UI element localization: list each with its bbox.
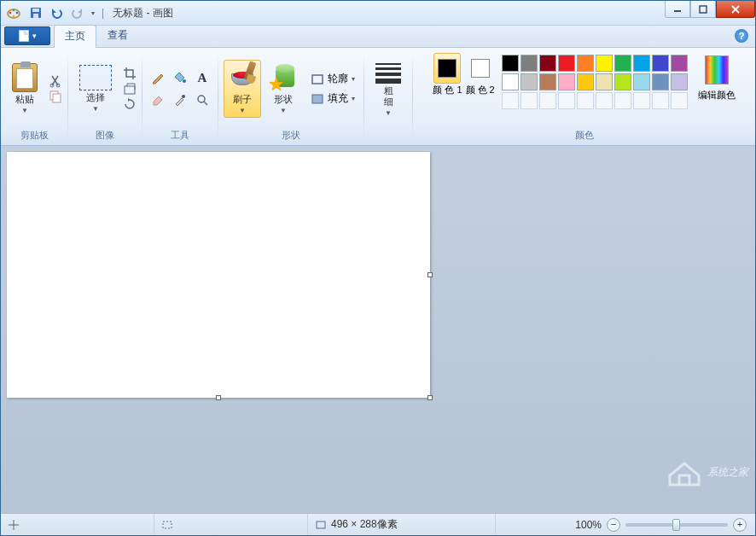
zoom-in-button[interactable]: + <box>733 518 747 532</box>
resize-handle[interactable] <box>427 272 433 277</box>
statusbar: 496 × 288像素 100% − + <box>1 513 755 535</box>
canvas[interactable] <box>7 152 430 398</box>
palette-swatch[interactable] <box>558 55 575 72</box>
fill-button[interactable]: 填充▾ <box>307 90 358 108</box>
palette-swatch-empty[interactable] <box>614 92 631 109</box>
fill-icon <box>311 93 324 105</box>
resize-button[interactable] <box>123 82 137 96</box>
palette-swatch-empty[interactable] <box>577 92 594 109</box>
outline-label: 轮廓 <box>328 72 348 86</box>
tool-magnifier[interactable] <box>192 90 212 110</box>
palette-swatch[interactable] <box>577 55 594 72</box>
palette-swatch-empty[interactable] <box>671 92 688 109</box>
palette-swatch-empty[interactable] <box>502 92 519 109</box>
stroke-label: 粗 细 <box>384 85 393 108</box>
palette-swatch[interactable] <box>577 73 594 90</box>
svg-point-1 <box>9 12 12 15</box>
palette-swatch[interactable] <box>614 55 631 72</box>
copy-button[interactable] <box>49 90 62 103</box>
select-button[interactable]: 选择 ▼ <box>73 60 118 118</box>
shapes-button[interactable]: ★ 形状 ▼ <box>265 60 302 118</box>
fill-label: 填充 <box>328 91 348 106</box>
ribbon: 粘贴 ▼ 剪贴板 选择 ▼ <box>1 48 755 146</box>
palette-swatch[interactable] <box>633 55 650 72</box>
palette-swatch[interactable] <box>539 55 556 72</box>
status-zoom: 100% − + <box>567 518 755 532</box>
svg-point-4 <box>13 15 15 18</box>
chevron-down-icon: ▾ <box>352 75 355 83</box>
save-button[interactable] <box>26 3 45 22</box>
file-menu-button[interactable]: ▾ <box>4 26 50 45</box>
palette-swatch-empty[interactable] <box>539 92 556 109</box>
edit-colors-button[interactable] <box>701 53 733 87</box>
group-label: 剪贴板 <box>6 126 62 145</box>
qat-customize[interactable]: ▾ <box>88 3 98 22</box>
stroke-width-button[interactable]: 粗 细 ▼ <box>369 61 407 119</box>
group-label: 图像 <box>73 126 137 145</box>
tab-view[interactable]: 查看 <box>96 24 139 47</box>
palette-swatch[interactable] <box>671 73 688 90</box>
window-controls <box>665 1 755 18</box>
minimize-button[interactable] <box>665 1 690 18</box>
close-button[interactable] <box>716 1 755 18</box>
palette-swatch-empty[interactable] <box>558 92 575 109</box>
redo-button[interactable] <box>67 3 86 22</box>
brushes-button[interactable]: 刷子 ▼ <box>224 60 261 118</box>
palette-swatch[interactable] <box>520 73 538 90</box>
rotate-button[interactable] <box>123 97 137 111</box>
palette-swatch-empty[interactable] <box>652 92 669 109</box>
document-icon <box>19 30 29 42</box>
color2-swatch <box>471 59 490 78</box>
watermark-text: 系统之家 <box>707 465 748 480</box>
resize-handle[interactable] <box>216 395 221 400</box>
tool-pencil[interactable] <box>148 67 168 88</box>
help-button[interactable]: ? <box>735 29 748 43</box>
separator: | <box>102 7 104 19</box>
zoom-slider[interactable] <box>625 523 728 527</box>
palette-swatch[interactable] <box>539 73 556 90</box>
group-label <box>369 129 407 145</box>
palette-swatch[interactable] <box>596 73 613 90</box>
outline-button[interactable]: 轮廓▾ <box>307 70 358 88</box>
maximize-button[interactable] <box>690 1 716 18</box>
palette-swatch-empty[interactable] <box>633 92 650 109</box>
palette-swatch[interactable] <box>502 73 519 90</box>
cut-button[interactable] <box>49 74 62 88</box>
group-colors: 颜 色 1 颜 色 2 编辑颜色 颜色 <box>413 48 755 145</box>
tool-picker[interactable] <box>170 90 190 110</box>
palette-swatch-empty[interactable] <box>520 92 538 109</box>
tab-row: ▾ 主页 查看 ? <box>1 26 755 48</box>
palette-swatch[interactable] <box>502 55 519 72</box>
palette-swatch-empty[interactable] <box>596 92 613 109</box>
palette-swatch[interactable] <box>596 55 613 72</box>
outline-icon <box>311 73 324 85</box>
zoom-thumb[interactable] <box>672 519 680 531</box>
group-stroke: 粗 细 ▼ <box>364 48 412 145</box>
palette-swatch[interactable] <box>671 55 688 72</box>
group-label: 工具 <box>148 126 212 145</box>
canvas-area[interactable]: 系统之家 <box>1 146 755 513</box>
palette-swatch[interactable] <box>520 55 538 72</box>
paste-button[interactable]: 粘贴 ▼ <box>6 60 44 118</box>
palette-swatch[interactable] <box>614 73 631 90</box>
zoom-out-button[interactable]: − <box>607 518 620 532</box>
svg-rect-9 <box>700 6 707 13</box>
color2-button[interactable] <box>467 53 494 84</box>
tool-eraser[interactable] <box>148 90 168 110</box>
tab-home[interactable]: 主页 <box>54 25 96 48</box>
palette-swatch[interactable] <box>652 55 669 72</box>
group-label: 颜色 <box>418 126 750 145</box>
chevron-down-icon: ▾ <box>352 95 355 102</box>
svg-point-17 <box>198 96 205 102</box>
status-selection-size <box>154 514 308 535</box>
tool-fill[interactable] <box>170 67 190 88</box>
svg-rect-18 <box>312 75 323 84</box>
color1-button[interactable] <box>433 53 461 84</box>
palette-swatch[interactable] <box>652 73 669 90</box>
tool-text[interactable]: A <box>192 67 212 88</box>
palette-swatch[interactable] <box>558 73 575 90</box>
palette-swatch[interactable] <box>633 73 650 90</box>
undo-button[interactable] <box>47 3 66 22</box>
resize-handle[interactable] <box>427 395 433 400</box>
crop-button[interactable] <box>123 67 137 80</box>
